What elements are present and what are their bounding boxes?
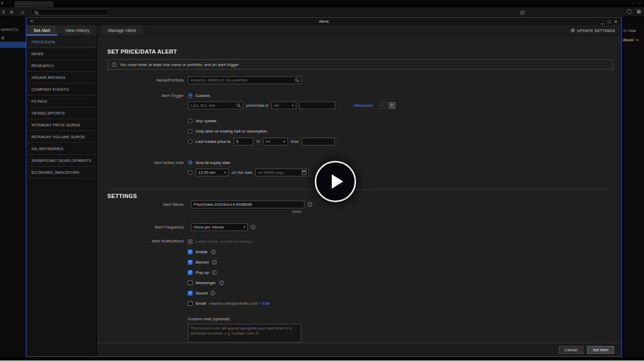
sidebar-item-vessels-ports[interactable]: VESSELS/PORTS xyxy=(26,107,96,119)
dialog-titlebar: < Alerts _ □ × xyxy=(26,18,621,25)
calendar-icon[interactable] xyxy=(302,170,307,175)
sidebar-item-research[interactable]: RESEARCH xyxy=(26,60,96,72)
dialog-tabbar: Set Alert View History Manage Alerts ⚙ U… xyxy=(26,25,621,36)
sidebar-item-intraday-price-surge[interactable]: INTRADAY PRICE SURGE xyxy=(26,119,96,131)
back-icon[interactable]: < xyxy=(30,19,33,24)
page-title: SET PRICE/DATA ALERT xyxy=(107,48,613,55)
window-minimize-icon[interactable]: – xyxy=(632,1,634,5)
dialog-minimize-icon[interactable]: _ xyxy=(601,19,604,24)
info-icon[interactable] xyxy=(211,291,215,295)
operator-value: >= xyxy=(266,139,270,144)
latest-alerts-checkbox xyxy=(188,239,192,244)
toolbar-right-icons: ◯ ▦ xyxy=(626,9,641,14)
info-icon[interactable] xyxy=(212,260,217,265)
sidebar-item-issuer-ratings[interactable]: ISSUER RATINGS xyxy=(26,72,96,84)
info-message: You must enter at least one name or port… xyxy=(120,62,239,67)
info-icon[interactable] xyxy=(219,281,224,285)
tab-label: Set Alert xyxy=(34,28,50,33)
sidebar-item-label: VESSELS/PORTS xyxy=(31,111,65,116)
last-traded-radio[interactable] xyxy=(188,139,192,144)
tab-manage-alerts[interactable]: Manage Alerts xyxy=(100,25,143,36)
search-icon xyxy=(35,11,38,14)
any-update-radio[interactable] xyxy=(188,119,192,123)
time-dropdown[interactable]: 12:00 am ▾ xyxy=(196,169,229,176)
alert-name-input[interactable] xyxy=(191,201,304,208)
window-maximize-icon[interactable]: □ xyxy=(638,1,641,5)
alert-notifications-label: Alert Notifications xyxy=(107,238,184,243)
tab-set-alert[interactable]: Set Alert xyxy=(26,25,58,36)
remove-condition-button[interactable]: – xyxy=(380,102,387,109)
home-icon[interactable]: ⌂ xyxy=(21,9,24,15)
underlying-right-panel: ⊡ Hide dback! × xyxy=(622,17,644,357)
date-picker-field[interactable]: dd MMM yyyy xyxy=(255,169,309,176)
sidebar-item-filings[interactable]: FILINGS xyxy=(26,95,96,107)
checkbox-label: Mobile xyxy=(196,250,208,254)
trigger-value-input[interactable] xyxy=(299,102,335,109)
info-icon[interactable] xyxy=(211,250,216,254)
sidebar-item-label: SIGNIFICANT DEVELOPMENTS xyxy=(31,158,91,163)
info-icon[interactable] xyxy=(212,270,217,275)
set-alert-button[interactable]: Set Alert xyxy=(587,346,614,354)
trading-halt-radio[interactable] xyxy=(188,129,192,134)
banner-checkbox[interactable] xyxy=(188,260,192,265)
percent-value-input[interactable] xyxy=(234,138,253,145)
profile-icon[interactable]: ◯ xyxy=(626,9,632,14)
messenger-checkbox[interactable] xyxy=(188,281,192,285)
browser-tab[interactable] xyxy=(14,1,54,7)
alert-notifications-row: Alert Notifications Latest Alerts and Al… xyxy=(107,238,613,310)
video-play-button[interactable] xyxy=(315,161,356,202)
operator-value: >= xyxy=(274,103,279,108)
than-value-input[interactable] xyxy=(302,138,335,145)
sound-checkbox[interactable] xyxy=(188,291,192,295)
info-icon[interactable] xyxy=(251,225,255,229)
dialog-maximize-icon[interactable]: □ xyxy=(608,19,610,24)
now-till-expiry-radio[interactable] xyxy=(188,160,192,165)
sidebar-item-company-events[interactable]: COMPANY EVENTS xyxy=(26,84,96,95)
info-icon[interactable] xyxy=(308,202,312,207)
sidebar-item-news[interactable]: NEWS xyxy=(26,48,96,60)
panel-icon: ⊡ xyxy=(623,28,626,33)
tab-view-history[interactable]: View History xyxy=(58,25,97,36)
operator-dropdown[interactable]: >= ▾ xyxy=(271,102,296,109)
mobile-checkbox[interactable] xyxy=(188,250,192,254)
tab-label: View History xyxy=(65,28,89,33)
name-portfolio-input[interactable] xyxy=(188,76,301,84)
sidebar-item-label: OIL REFINERIES xyxy=(31,146,63,151)
popup-checkbox[interactable] xyxy=(188,270,192,275)
alert-form: SET PRICE/DATA ALERT You must enter at l… xyxy=(97,36,621,343)
menu-icon[interactable]: ≡ xyxy=(10,9,13,15)
hide-label: Hide xyxy=(628,28,636,33)
watchlist-selected-row[interactable] xyxy=(0,42,26,48)
trigger-field-input[interactable] xyxy=(188,102,243,109)
update-settings-label: UPDATE SETTINGS xyxy=(577,28,615,33)
advanced-link[interactable]: Advanced xyxy=(354,103,373,108)
email-checkbox[interactable] xyxy=(188,301,192,306)
chevron-down-icon: ▾ xyxy=(243,225,245,229)
custom-radio[interactable] xyxy=(188,93,192,98)
extension-icon[interactable] xyxy=(520,10,525,15)
gear-icon: ⚙ xyxy=(571,28,575,33)
apps-grid-icon[interactable]: ▦ xyxy=(636,9,641,14)
dialog-title: Alerts xyxy=(319,19,329,24)
update-settings-button[interactable]: ⚙ UPDATE SETTINGS xyxy=(571,25,615,36)
window-controls: – □ xyxy=(632,1,641,5)
alert-frequency-dropdown[interactable]: Once per minute ▾ xyxy=(191,223,248,231)
add-condition-button[interactable]: + xyxy=(389,102,395,109)
last-traded-operator-dropdown[interactable]: >= ▾ xyxy=(263,138,288,145)
custom-note-textarea[interactable] xyxy=(188,324,301,342)
sidebar-item-oil-refineries[interactable]: OIL REFINERIES xyxy=(26,143,96,155)
hide-panel-button[interactable]: ⊡ Hide xyxy=(623,28,636,33)
email-edit-link[interactable]: Edit xyxy=(263,301,270,306)
sidebar-item-significant-developments[interactable]: SIGNIFICANT DEVELOPMENTS xyxy=(26,155,96,167)
start-datetime-radio[interactable] xyxy=(188,170,192,175)
sidebar-item-economic-indicators[interactable]: ECONOMIC INDICATORS xyxy=(26,167,96,178)
feedback-close-icon[interactable]: × xyxy=(636,38,638,42)
notification-row-popup: Pop-up xyxy=(188,269,269,275)
cancel-button[interactable]: Cancel xyxy=(559,346,583,354)
feedback-toast[interactable]: dback! × xyxy=(623,38,639,42)
alert-active-row: Alert active from Now till expiry date xyxy=(107,159,613,166)
toolbar-search-input[interactable] xyxy=(31,9,109,15)
sidebar-item-price-data[interactable]: PRICE/DATA xyxy=(26,36,96,48)
dialog-close-icon[interactable]: × xyxy=(615,19,617,24)
sidebar-item-intraday-volume-surge[interactable]: INTRADAY VOLUME SURGE xyxy=(26,131,96,143)
